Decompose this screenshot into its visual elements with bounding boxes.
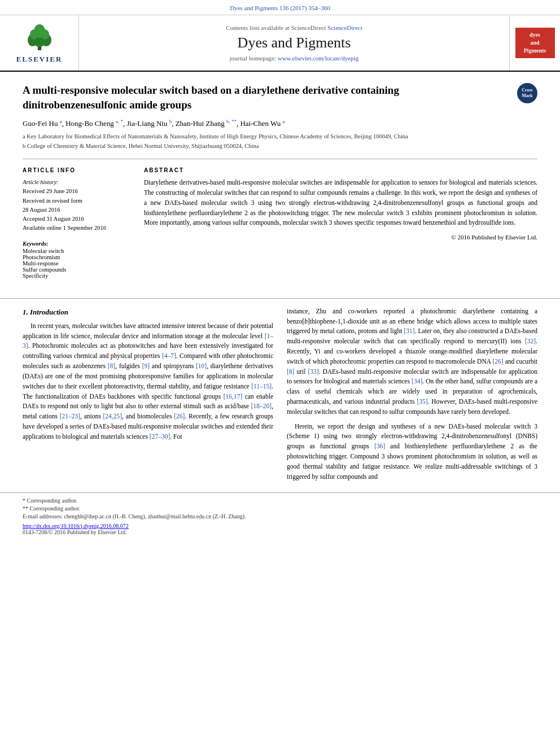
- svg-point-6: [41, 29, 49, 40]
- journal-title: Dyes and Pigments: [238, 34, 351, 51]
- journal-header: ELSEVIER Contents lists available at Sci…: [0, 15, 560, 72]
- article-info-header: ARTICLE INFO: [23, 167, 133, 173]
- keyword-2: Photochromism: [23, 254, 133, 260]
- body-column-right: instance, Zhu and co-workers reported a …: [287, 307, 537, 487]
- journal-bar: Dyes and Pigments 136 (2017) 354–360: [0, 0, 560, 15]
- abstract-text: Diarylethene derivatives-based multi-res…: [144, 178, 537, 228]
- article-container: A multi-responsive molecular switch base…: [0, 72, 560, 290]
- affiliations: a Key Laboratory for Biomedical Effects …: [23, 132, 537, 151]
- elsevier-logo-area: ELSEVIER: [0, 15, 79, 71]
- body-column-left: 1. Introduction In recent years, molecul…: [23, 307, 273, 487]
- keyword-5: Specificity: [23, 273, 133, 279]
- journal-header-center: Contents lists available at ScienceDirec…: [79, 15, 509, 71]
- affiliation-b: b College of Chemistry & Material Scienc…: [23, 142, 537, 151]
- science-direct-line: Contents lists available at ScienceDirec…: [226, 24, 362, 31]
- article-info-abstract: ARTICLE INFO Article history: Received 2…: [23, 159, 537, 279]
- journal-citation: Dyes and Pigments 136 (2017) 354–360: [230, 5, 330, 11]
- journal-homepage: journal homepage: www.elsevier.com/locat…: [230, 55, 358, 62]
- abstract-column: ABSTRACT Diarylethene derivatives-based …: [144, 167, 537, 279]
- elsevier-tree-icon: [23, 22, 56, 53]
- keyword-3: Multi-response: [23, 260, 133, 267]
- science-direct-link[interactable]: ScienceDirect: [327, 24, 362, 31]
- article-info-column: ARTICLE INFO Article history: Received 2…: [23, 167, 133, 279]
- doi-line[interactable]: http://dx.doi.org/10.1016/j.dyepig.2016.…: [23, 523, 537, 529]
- footnote-2: ** Corresponding author.: [23, 505, 537, 512]
- article-history: Article history: Received 29 June 2016 R…: [23, 178, 133, 233]
- article-footer: * Corresponding author. ** Corresponding…: [0, 492, 560, 540]
- body-text: 1. Introduction In recent years, molecul…: [0, 307, 560, 487]
- footnote-email: E-mail addresses: chenghb@ihep.ac.cn (H.…: [23, 513, 537, 519]
- keywords-block: Keywords: Molecular switch Photochromism…: [23, 239, 133, 279]
- issn-line: 0143-7208/© 2016 Published by Elsevier L…: [23, 529, 537, 535]
- journal-logo-area: dyesandPigments: [509, 15, 560, 71]
- abstract-header: ABSTRACT: [144, 167, 537, 173]
- body-col1-para1: In recent years, molecular switches have…: [23, 321, 273, 442]
- doi-link[interactable]: http://dx.doi.org/10.1016/j.dyepig.2016.…: [23, 523, 129, 529]
- footnote-1: * Corresponding author.: [23, 497, 537, 504]
- keyword-4: Sulfur compounds: [23, 267, 133, 273]
- elsevier-logo: ELSEVIER: [16, 22, 63, 64]
- crossmark-area: CrossMark: [517, 83, 537, 103]
- copyright-line: © 2016 Published by Elsevier Ltd.: [144, 234, 537, 241]
- body-col2-para1: instance, Zhu and co-workers reported a …: [287, 307, 537, 417]
- affiliation-a: a Key Laboratory for Biomedical Effects …: [23, 132, 537, 141]
- crossmark-badge: CrossMark: [517, 83, 537, 103]
- journal-homepage-link[interactable]: www.elsevier.com/locate/dyepig: [278, 55, 358, 62]
- svg-point-5: [30, 29, 38, 40]
- dyes-pigments-logo: dyesandPigments: [515, 28, 555, 58]
- body-col2-para2: Herein, we report the design and synthes…: [287, 422, 537, 482]
- authors-line: Guo-Fei Hu a, Hong-Bo Cheng a, *, Jia-Li…: [23, 119, 537, 128]
- article-title: A multi-responsive molecular switch base…: [23, 83, 537, 112]
- keyword-1: Molecular switch: [23, 248, 133, 254]
- elsevier-wordmark: ELSEVIER: [16, 55, 63, 64]
- section-1-title: 1. Introduction: [23, 307, 273, 318]
- body-divider: [0, 298, 560, 299]
